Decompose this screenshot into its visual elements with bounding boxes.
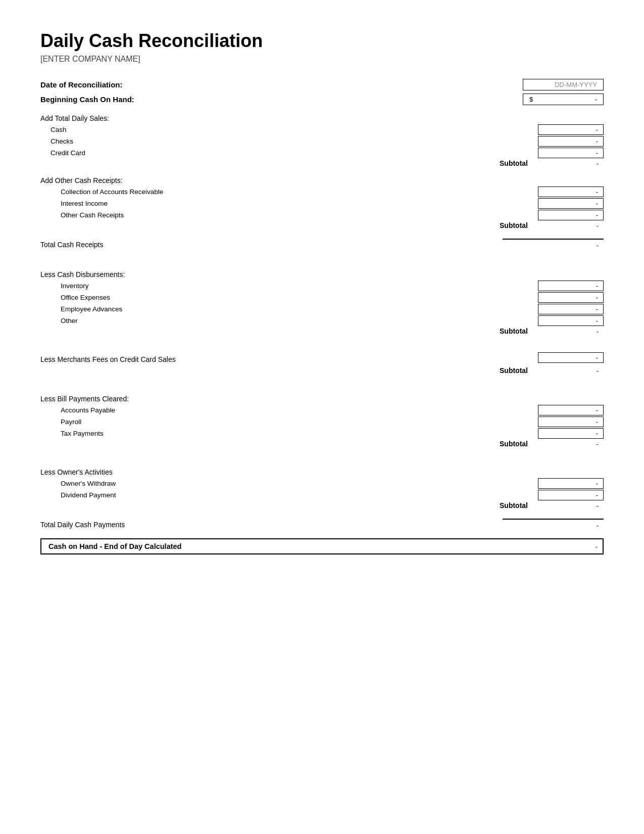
disbursements-subtotal-label: Subtotal: [500, 327, 528, 335]
cash-input[interactable]: -: [538, 124, 604, 135]
total-cash-receipts-value: -: [503, 239, 604, 250]
total-payments-value: -: [503, 519, 604, 530]
payroll-input[interactable]: -: [538, 416, 604, 427]
interest-income-input[interactable]: -: [538, 198, 604, 209]
beginning-cash-box[interactable]: $ -: [523, 94, 604, 105]
inventory-input[interactable]: -: [538, 281, 604, 291]
daily-sales-header: Add Total Daily Sales:: [40, 114, 604, 122]
accounts-payable-input[interactable]: -: [538, 405, 604, 415]
interest-income-label: Interest Income: [40, 200, 538, 207]
date-label: Date of Reconciliation:: [40, 80, 123, 89]
final-row: Cash on Hand - End of Day Calculated -: [40, 538, 604, 554]
employee-advances-input[interactable]: -: [538, 304, 604, 314]
dividend-payment-label: Dividend Payment: [40, 491, 538, 499]
merchants-subtotal-label: Subtotal: [500, 366, 528, 375]
payroll-label: Payroll: [40, 418, 538, 426]
owners-withdraw-input[interactable]: -: [538, 478, 604, 489]
owners-subtotal-value: -: [538, 502, 604, 509]
other-cash-receipts-input[interactable]: -: [538, 210, 604, 220]
bill-payments-subtotal-label: Subtotal: [500, 440, 528, 448]
credit-card-label: Credit Card: [40, 149, 538, 157]
merchants-subtotal-value: -: [538, 367, 604, 375]
daily-sales-subtotal-label: Subtotal: [500, 159, 528, 167]
tax-payments-input[interactable]: -: [538, 428, 604, 439]
office-expenses-label: Office Expenses: [40, 294, 538, 301]
owners-withdraw-label: Owner's Withdraw: [40, 480, 538, 487]
tax-payments-label: Tax Payments: [40, 430, 538, 437]
employee-advances-label: Employee Advances: [40, 305, 538, 313]
accounts-payable-label: Accounts Payable: [40, 406, 538, 414]
accounts-receivable-label: Collection of Accounts Receivable: [40, 188, 538, 196]
office-expenses-input[interactable]: -: [538, 292, 604, 303]
merchants-fees-input[interactable]: -: [538, 352, 604, 363]
beginning-cash-value: -: [595, 96, 597, 103]
daily-sales-subtotal-value: -: [538, 160, 604, 167]
company-name: [ENTER COMPANY NAME]: [40, 55, 604, 64]
dividend-payment-input[interactable]: -: [538, 490, 604, 500]
cash-label: Cash: [40, 126, 538, 133]
checks-label: Checks: [40, 137, 538, 145]
other-receipts-subtotal-label: Subtotal: [500, 221, 528, 229]
date-box[interactable]: DD-MM-YYYY: [523, 79, 604, 90]
other-receipts-subtotal-value: -: [538, 222, 604, 229]
checks-input[interactable]: -: [538, 136, 604, 147]
beginning-cash-label: Beginning Cash On Hand:: [40, 95, 134, 104]
merchants-fees-label: Less Merchants Fees on Credit Card Sales: [40, 355, 538, 363]
page-title: Daily Cash Reconciliation: [40, 30, 604, 52]
credit-card-input[interactable]: -: [538, 148, 604, 158]
other-cash-receipts-label: Other Cash Receipts: [40, 211, 538, 219]
inventory-label: Inventory: [40, 282, 538, 290]
other-disbursement-label: Other: [40, 317, 538, 325]
disbursements-header: Less Cash Disbursements:: [40, 270, 604, 279]
other-receipts-header: Add Other Cash Receipts:: [40, 176, 604, 184]
accounts-receivable-input[interactable]: -: [538, 187, 604, 197]
total-payments-label: Total Daily Cash Payments: [40, 521, 125, 529]
other-disbursement-input[interactable]: -: [538, 315, 604, 326]
total-cash-receipts-label: Total Cash Receipts: [40, 241, 104, 249]
bill-payments-subtotal-value: -: [538, 440, 604, 448]
owners-activities-header: Less Owner's Activities: [40, 468, 604, 476]
owners-subtotal-label: Subtotal: [500, 501, 528, 509]
bill-payments-header: Less Bill Payments Cleared:: [40, 395, 604, 403]
disbursements-subtotal-value: -: [538, 328, 604, 335]
final-value: -: [596, 543, 598, 550]
dollar-sign: $: [529, 96, 533, 103]
final-label: Cash on Hand - End of Day Calculated: [48, 542, 181, 550]
